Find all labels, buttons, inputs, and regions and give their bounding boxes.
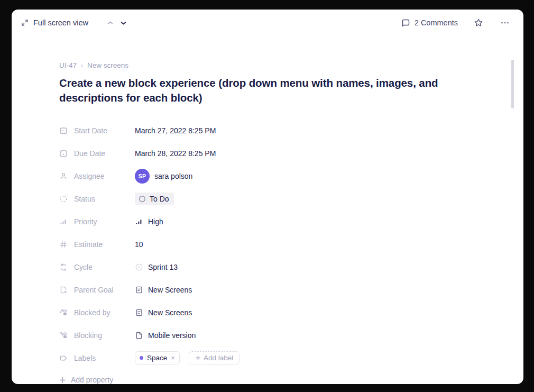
blocked-by-icon [59,308,68,317]
sprint-circle-icon [135,263,143,271]
property-row-estimate: Estimate 10 [59,233,523,256]
priority-value[interactable]: High [135,217,163,226]
comment-bubble-icon [401,19,410,28]
tag-icon [59,354,68,362]
vertical-scrollbar[interactable] [511,60,514,108]
chevron-down-icon [120,20,127,26]
property-label: Status [74,195,95,203]
more-options-button[interactable] [500,18,510,28]
add-label-button[interactable]: Add label [189,351,240,364]
plus-icon [59,377,66,384]
plus-icon [195,355,201,361]
avatar: SP [135,169,150,184]
task-detail-window: Full screen view 2 Com [12,10,523,384]
parent-goal-value[interactable]: New Screens [135,286,192,294]
star-icon [474,18,483,28]
favorite-button[interactable] [474,18,483,28]
property-label: Due Date [74,149,105,158]
task-title[interactable]: Create a new block experience (drop down… [59,76,473,105]
person-icon [59,172,68,180]
label-color-dot [140,356,143,360]
blocking-icon [59,331,68,340]
property-label: Start Date [74,126,107,135]
document-blank-icon [135,331,143,340]
remove-label-button[interactable]: × [171,354,175,361]
cycle-arrows-icon [59,263,68,271]
assignee-value[interactable]: SP sara polson [135,169,192,184]
calendar-due-icon [59,149,68,158]
estimate-value[interactable]: 10 [135,240,143,249]
property-label: Cycle [74,263,93,271]
property-row-cycle: Cycle Sprint 13 [59,256,523,278]
property-label: Labels [74,354,96,362]
priority-bars-icon [59,217,68,226]
task-content: UI-47 › New screens Create a new block e… [12,36,523,384]
property-label: Priority [74,217,97,226]
add-property-button[interactable]: Add property [59,376,523,384]
toolbar-divider [96,19,96,27]
hash-icon [59,240,68,249]
full-screen-label: Full screen view [33,19,88,27]
property-row-labels: Labels Space × Add label [59,347,523,369]
breadcrumb-current[interactable]: New screens [87,61,128,69]
document-lines-icon [135,286,143,294]
document-lines-icon [135,308,143,317]
cycle-value[interactable]: Sprint 13 [135,263,178,271]
comments-button[interactable]: 2 Comments [401,19,458,28]
property-label: Estimate [74,240,103,249]
breadcrumb: UI-47 › New screens [59,61,523,69]
breadcrumb-parent[interactable]: UI-47 [59,61,77,69]
priority-bars-icon [135,217,143,226]
blocked-by-value[interactable]: New Screens [135,308,192,317]
property-row-priority: Priority High [59,210,523,233]
status-circle-icon [139,195,146,203]
expand-icon [21,19,29,26]
blocking-value[interactable]: Mobile version [135,331,196,340]
property-label: Blocked by [74,308,110,317]
page-arrow-icon [59,286,68,294]
comments-label: 2 Comments [415,19,458,27]
calendar-start-icon [59,126,68,135]
label-badge-space[interactable]: Space × [135,351,180,364]
property-row-assignee: Assignee SP sara polson [59,165,523,187]
due-date-value[interactable]: March 28, 2022 8:25 PM [135,149,216,158]
ellipsis-icon [500,18,510,28]
breadcrumb-separator: › [81,62,83,69]
property-label: Parent Goal [74,286,114,294]
properties-list: Start Date March 27, 2022 8:25 PM Due Da… [59,119,523,384]
property-row-status: Status To Do [59,187,523,210]
dashed-circle-icon [59,195,68,203]
property-row-parent-goal: Parent Goal New Screens [59,278,523,301]
prev-task-button[interactable] [104,17,117,29]
next-task-button[interactable] [117,17,130,29]
status-badge[interactable]: To Do [135,193,174,205]
start-date-value[interactable]: March 27, 2022 8:25 PM [135,126,216,135]
property-row-due-date: Due Date March 28, 2022 8:25 PM [59,142,523,165]
toolbar: Full screen view 2 Com [12,10,523,36]
chevron-up-icon [107,20,114,26]
property-row-blocked-by: Blocked by New Screens [59,301,523,324]
full-screen-button[interactable]: Full screen view [21,19,88,27]
property-label: Blocking [74,331,102,340]
property-row-blocking: Blocking Mobile version [59,324,523,347]
property-row-start-date: Start Date March 27, 2022 8:25 PM [59,119,523,142]
property-label: Assignee [74,172,105,180]
